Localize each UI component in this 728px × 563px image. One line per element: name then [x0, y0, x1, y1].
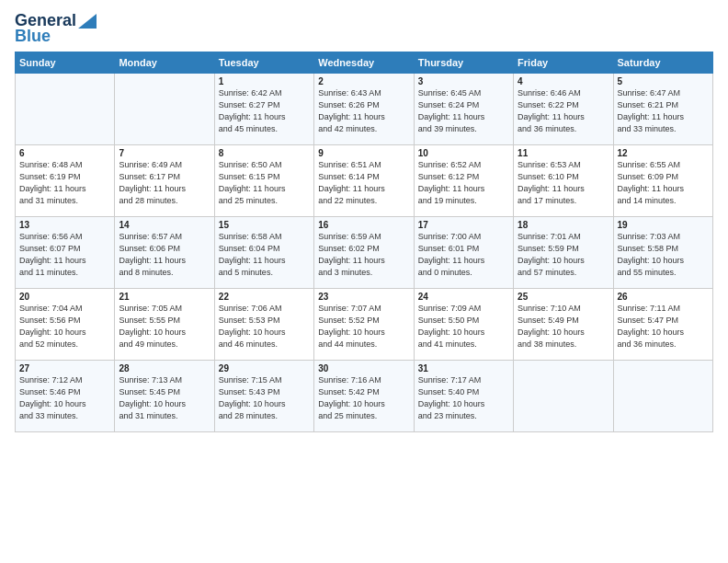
day-info: Sunrise: 6:42 AM Sunset: 6:27 PM Dayligh… [219, 87, 310, 135]
day-number: 26 [618, 292, 709, 302]
calendar-cell: 25Sunrise: 7:10 AM Sunset: 5:49 PM Dayli… [514, 289, 613, 361]
calendar-cell: 5Sunrise: 6:47 AM Sunset: 6:21 PM Daylig… [613, 74, 712, 145]
day-number: 17 [418, 220, 509, 230]
calendar-table: SundayMondayTuesdayWednesdayThursdayFrid… [15, 52, 713, 432]
logo-icon [78, 14, 97, 29]
day-info: Sunrise: 7:13 AM Sunset: 5:45 PM Dayligh… [119, 374, 210, 422]
header-thursday: Thursday [414, 52, 513, 74]
header-tuesday: Tuesday [214, 52, 313, 74]
week-row-4: 20Sunrise: 7:04 AM Sunset: 5:56 PM Dayli… [16, 289, 713, 361]
calendar-cell [115, 74, 214, 145]
week-row-3: 13Sunrise: 6:56 AM Sunset: 6:07 PM Dayli… [16, 217, 713, 289]
day-number: 12 [618, 148, 709, 158]
day-number: 5 [618, 76, 709, 86]
calendar-cell: 30Sunrise: 7:16 AM Sunset: 5:42 PM Dayli… [314, 361, 414, 432]
calendar-cell: 22Sunrise: 7:06 AM Sunset: 5:53 PM Dayli… [214, 289, 313, 361]
calendar-cell [16, 74, 115, 145]
calendar-cell: 10Sunrise: 6:52 AM Sunset: 6:12 PM Dayli… [414, 145, 513, 217]
calendar-cell: 2Sunrise: 6:43 AM Sunset: 6:26 PM Daylig… [314, 74, 414, 145]
day-info: Sunrise: 7:06 AM Sunset: 5:53 PM Dayligh… [219, 303, 310, 350]
header-sunday: Sunday [16, 52, 115, 74]
day-number: 8 [219, 148, 310, 158]
day-number: 6 [19, 148, 110, 158]
calendar-cell: 29Sunrise: 7:15 AM Sunset: 5:43 PM Dayli… [214, 361, 313, 432]
logo: General Blue [15, 11, 97, 46]
calendar-cell: 8Sunrise: 6:50 AM Sunset: 6:15 PM Daylig… [214, 145, 313, 217]
header-row: General Blue [15, 11, 713, 46]
calendar-cell: 17Sunrise: 7:00 AM Sunset: 6:01 PM Dayli… [414, 217, 513, 289]
calendar-cell: 21Sunrise: 7:05 AM Sunset: 5:55 PM Dayli… [115, 289, 214, 361]
day-number: 18 [518, 220, 609, 230]
day-info: Sunrise: 6:45 AM Sunset: 6:24 PM Dayligh… [418, 87, 509, 135]
day-number: 13 [19, 220, 110, 230]
day-number: 14 [119, 220, 210, 230]
calendar-cell: 1Sunrise: 6:42 AM Sunset: 6:27 PM Daylig… [214, 74, 313, 145]
day-info: Sunrise: 7:15 AM Sunset: 5:43 PM Dayligh… [219, 374, 310, 422]
calendar-cell [514, 361, 613, 432]
day-info: Sunrise: 7:00 AM Sunset: 6:01 PM Dayligh… [418, 231, 509, 279]
day-info: Sunrise: 7:11 AM Sunset: 5:47 PM Dayligh… [618, 303, 709, 350]
day-number: 25 [518, 292, 609, 302]
calendar-cell: 19Sunrise: 7:03 AM Sunset: 5:58 PM Dayli… [613, 217, 712, 289]
day-number: 24 [418, 292, 509, 302]
week-row-2: 6Sunrise: 6:48 AM Sunset: 6:19 PM Daylig… [16, 145, 713, 217]
day-number: 11 [518, 148, 609, 158]
calendar-cell: 11Sunrise: 6:53 AM Sunset: 6:10 PM Dayli… [514, 145, 613, 217]
day-number: 7 [119, 148, 210, 158]
day-info: Sunrise: 7:03 AM Sunset: 5:58 PM Dayligh… [618, 231, 709, 279]
day-info: Sunrise: 7:05 AM Sunset: 5:55 PM Dayligh… [119, 303, 210, 350]
calendar-cell: 3Sunrise: 6:45 AM Sunset: 6:24 PM Daylig… [414, 74, 513, 145]
day-number: 30 [318, 363, 409, 373]
calendar-cell: 6Sunrise: 6:48 AM Sunset: 6:19 PM Daylig… [16, 145, 115, 217]
day-number: 19 [618, 220, 709, 230]
day-info: Sunrise: 6:50 AM Sunset: 6:15 PM Dayligh… [219, 159, 310, 207]
day-info: Sunrise: 6:58 AM Sunset: 6:04 PM Dayligh… [219, 231, 310, 279]
day-info: Sunrise: 6:48 AM Sunset: 6:19 PM Dayligh… [19, 159, 110, 207]
calendar-cell: 16Sunrise: 6:59 AM Sunset: 6:02 PM Dayli… [314, 217, 414, 289]
week-row-5: 27Sunrise: 7:12 AM Sunset: 5:46 PM Dayli… [16, 361, 713, 432]
day-info: Sunrise: 6:57 AM Sunset: 6:06 PM Dayligh… [119, 231, 210, 279]
day-info: Sunrise: 7:04 AM Sunset: 5:56 PM Dayligh… [19, 303, 110, 350]
header-monday: Monday [115, 52, 214, 74]
calendar-cell: 14Sunrise: 6:57 AM Sunset: 6:06 PM Dayli… [115, 217, 214, 289]
calendar-cell: 20Sunrise: 7:04 AM Sunset: 5:56 PM Dayli… [16, 289, 115, 361]
day-info: Sunrise: 6:46 AM Sunset: 6:22 PM Dayligh… [518, 87, 609, 135]
day-info: Sunrise: 7:07 AM Sunset: 5:52 PM Dayligh… [318, 303, 409, 350]
day-number: 4 [518, 76, 609, 86]
day-number: 10 [418, 148, 509, 158]
day-number: 27 [19, 363, 110, 373]
calendar-cell [613, 361, 712, 432]
week-row-1: 1Sunrise: 6:42 AM Sunset: 6:27 PM Daylig… [16, 74, 713, 145]
day-info: Sunrise: 7:09 AM Sunset: 5:50 PM Dayligh… [418, 303, 509, 350]
day-number: 29 [219, 363, 310, 373]
calendar-cell: 9Sunrise: 6:51 AM Sunset: 6:14 PM Daylig… [314, 145, 414, 217]
day-info: Sunrise: 6:49 AM Sunset: 6:17 PM Dayligh… [119, 159, 210, 207]
calendar-cell: 13Sunrise: 6:56 AM Sunset: 6:07 PM Dayli… [16, 217, 115, 289]
day-number: 23 [318, 292, 409, 302]
day-number: 20 [19, 292, 110, 302]
calendar-cell: 23Sunrise: 7:07 AM Sunset: 5:52 PM Dayli… [314, 289, 414, 361]
day-info: Sunrise: 7:16 AM Sunset: 5:42 PM Dayligh… [318, 374, 409, 422]
header-friday: Friday [514, 52, 613, 74]
calendar-cell: 27Sunrise: 7:12 AM Sunset: 5:46 PM Dayli… [16, 361, 115, 432]
day-info: Sunrise: 6:52 AM Sunset: 6:12 PM Dayligh… [418, 159, 509, 207]
day-info: Sunrise: 6:53 AM Sunset: 6:10 PM Dayligh… [518, 159, 609, 207]
day-number: 21 [119, 292, 210, 302]
logo-text-blue: Blue [15, 27, 51, 46]
day-number: 28 [119, 363, 210, 373]
day-info: Sunrise: 6:59 AM Sunset: 6:02 PM Dayligh… [318, 231, 409, 279]
day-number: 9 [318, 148, 409, 158]
svg-marker-0 [78, 14, 97, 29]
day-number: 15 [219, 220, 310, 230]
day-number: 16 [318, 220, 409, 230]
day-info: Sunrise: 6:56 AM Sunset: 6:07 PM Dayligh… [19, 231, 110, 279]
calendar-cell: 28Sunrise: 7:13 AM Sunset: 5:45 PM Dayli… [115, 361, 214, 432]
day-number: 31 [418, 363, 509, 373]
day-info: Sunrise: 7:17 AM Sunset: 5:40 PM Dayligh… [418, 374, 509, 422]
day-number: 3 [418, 76, 509, 86]
day-number: 1 [219, 76, 310, 86]
calendar-cell: 24Sunrise: 7:09 AM Sunset: 5:50 PM Dayli… [414, 289, 513, 361]
header-wednesday: Wednesday [314, 52, 414, 74]
calendar-cell: 18Sunrise: 7:01 AM Sunset: 5:59 PM Dayli… [514, 217, 613, 289]
day-info: Sunrise: 7:10 AM Sunset: 5:49 PM Dayligh… [518, 303, 609, 350]
